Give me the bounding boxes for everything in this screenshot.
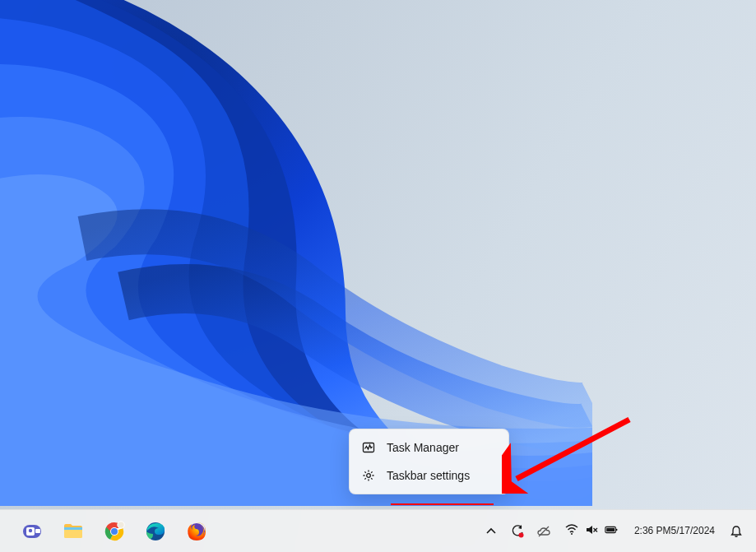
wifi-icon <box>565 523 578 540</box>
menu-item-label: Task Manager <box>387 441 459 454</box>
taskbar-app-explorer[interactable] <box>56 514 90 549</box>
svg-point-1 <box>367 474 371 478</box>
svg-rect-20 <box>606 527 615 531</box>
clock-time: 2:36 PM <box>634 525 671 538</box>
menu-item-label: Taskbar settings <box>387 469 470 482</box>
battery-icon <box>605 523 618 540</box>
taskbar-app-firefox[interactable] <box>179 514 214 549</box>
taskbar-app-chrome[interactable] <box>97 514 132 549</box>
svg-point-17 <box>571 533 573 535</box>
clock-date: 5/17/2024 <box>671 525 715 538</box>
taskbar-app-teams[interactable] <box>15 514 49 549</box>
system-tray: 2:36 PM 5/17/2024 <box>480 514 756 549</box>
tray-windows-update-icon[interactable] <box>506 514 529 549</box>
annotation-underline <box>391 503 494 505</box>
taskbar-context-menu: Task Manager Taskbar settings <box>349 429 509 494</box>
svg-point-15 <box>518 532 523 537</box>
menu-item-taskbar-settings[interactable]: Taskbar settings <box>354 462 504 489</box>
tray-network-sound-battery[interactable] <box>559 514 624 549</box>
svg-rect-6 <box>35 529 40 533</box>
menu-item-task-manager[interactable]: Task Manager <box>354 434 504 462</box>
desktop[interactable]: Task Manager Taskbar settings <box>0 0 756 552</box>
svg-rect-8 <box>64 527 82 530</box>
task-manager-icon <box>362 441 375 454</box>
tray-clock[interactable]: 2:36 PM 5/17/2024 <box>628 514 721 549</box>
taskbar[interactable]: 2:36 PM 5/17/2024 <box>0 509 756 552</box>
svg-rect-19 <box>616 528 618 531</box>
tray-notifications-icon[interactable] <box>725 514 748 549</box>
tray-overflow-chevron[interactable] <box>480 514 503 549</box>
volume-muted-icon <box>585 523 598 540</box>
svg-point-12 <box>118 521 124 527</box>
taskbar-app-edge[interactable] <box>138 514 173 549</box>
svg-point-5 <box>29 528 32 531</box>
taskbar-apps <box>0 514 214 549</box>
gear-icon <box>362 469 375 482</box>
tray-onedrive-icon[interactable] <box>532 514 555 549</box>
svg-point-11 <box>111 528 118 535</box>
